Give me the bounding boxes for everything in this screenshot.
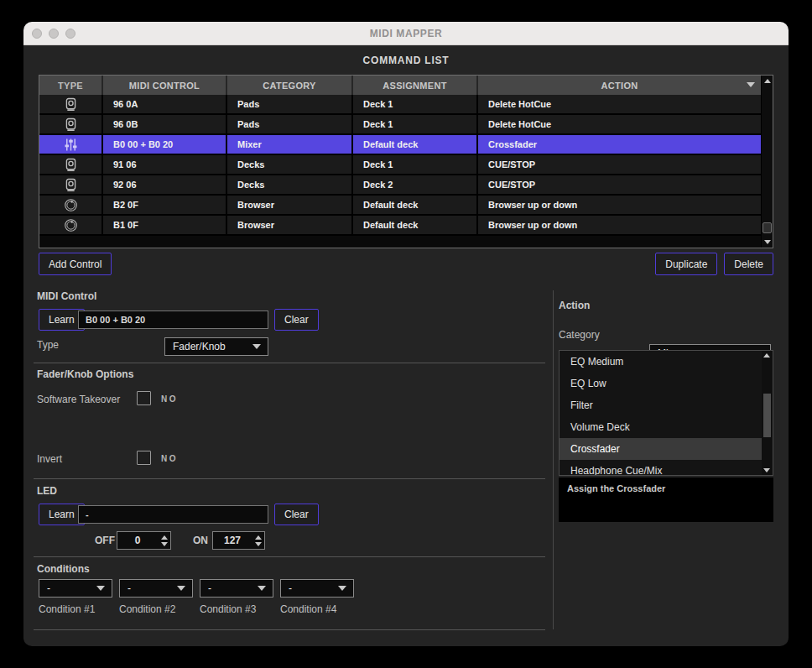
cell-category: Mixer xyxy=(227,135,353,154)
cell-category: Browser xyxy=(227,196,353,214)
pad-icon xyxy=(39,115,103,133)
scroll-up-icon[interactable] xyxy=(764,79,771,83)
midi-mapper-window: MIDI MAPPER COMMAND LIST TYPE MIDI CONTR… xyxy=(23,22,789,646)
action-list-item[interactable]: Filter xyxy=(560,394,762,416)
chevron-down-icon xyxy=(258,586,266,591)
column-header-midi-control[interactable]: MIDI CONTROL xyxy=(103,76,227,95)
action-list-item[interactable]: Volume Deck xyxy=(560,416,762,438)
chevron-down-icon xyxy=(252,344,261,349)
cell-action: CUE/STOP xyxy=(478,175,761,194)
led-on-value: 127 xyxy=(213,532,252,549)
knob-icon xyxy=(39,196,103,214)
table-scrollbar-thumb[interactable] xyxy=(763,222,772,233)
table-row[interactable]: 96 0BPadsDeck 1Delete HotCue xyxy=(39,115,761,135)
panel-divider xyxy=(553,290,554,629)
spinner-arrows-icon[interactable] xyxy=(158,532,170,549)
cell-action: Crossfader xyxy=(478,135,761,154)
column-header-action[interactable]: ACTION xyxy=(478,76,761,95)
led-clear-button[interactable]: Clear xyxy=(274,504,319,525)
cell-category: Pads xyxy=(227,115,353,133)
cell-category: Decks xyxy=(227,175,353,194)
midi-control-field[interactable]: B0 00 + B0 20 xyxy=(78,311,268,329)
scroll-up-icon[interactable] xyxy=(763,353,770,357)
action-list-item[interactable]: EQ Low xyxy=(560,373,762,394)
condition-4-dropdown[interactable]: - xyxy=(280,579,354,598)
command-table-header: TYPE MIDI CONTROL CATEGORY ASSIGNMENT AC… xyxy=(39,76,761,95)
cell-assignment: Deck 1 xyxy=(353,115,478,133)
software-takeover-label: Software Takeover xyxy=(37,394,120,405)
action-list-scrollbar[interactable] xyxy=(762,351,773,475)
led-field[interactable]: - xyxy=(78,505,268,524)
table-row[interactable]: 96 0APadsDeck 1Delete HotCue xyxy=(39,95,761,115)
condition-1-label: Condition #1 xyxy=(39,603,112,615)
condition-2-dropdown[interactable]: - xyxy=(119,579,193,598)
column-header-assignment[interactable]: ASSIGNMENT xyxy=(353,76,478,95)
condition-3-label: Condition #3 xyxy=(200,603,273,615)
action-description: Assign the Crossfader xyxy=(559,478,773,522)
cell-action: Browser up or down xyxy=(478,196,761,214)
action-list-item[interactable]: EQ Medium xyxy=(560,351,762,373)
fader-knob-options-title: Fader/Knob Options xyxy=(37,368,133,380)
table-scrollbar[interactable] xyxy=(761,76,773,248)
action-list-item[interactable]: Crossfader xyxy=(560,438,762,460)
chevron-down-icon xyxy=(177,586,185,591)
table-row[interactable]: 91 06DecksDeck 1CUE/STOP xyxy=(39,155,761,175)
led-on-spinner[interactable]: 127 xyxy=(212,531,265,550)
on-label: ON xyxy=(193,535,208,546)
cell-midi-control: 96 0B xyxy=(103,115,227,133)
section-divider xyxy=(34,556,545,557)
section-divider xyxy=(34,363,545,363)
section-divider xyxy=(34,629,545,630)
cell-assignment: Default deck xyxy=(353,196,478,214)
software-takeover-checkbox[interactable] xyxy=(137,391,151,405)
table-row[interactable]: B2 0FBrowserDefault deckBrowser up or do… xyxy=(39,196,761,216)
cell-assignment: Deck 1 xyxy=(353,95,478,113)
led-off-value: 0 xyxy=(117,532,158,549)
cell-midi-control: B2 0F xyxy=(103,196,227,214)
knob-icon xyxy=(39,216,103,234)
midi-clear-button[interactable]: Clear xyxy=(274,309,319,331)
type-dropdown[interactable]: Fader/Knob xyxy=(164,337,268,356)
scroll-down-icon[interactable] xyxy=(763,468,770,472)
condition-dropdown-value: - xyxy=(128,582,131,594)
chevron-down-icon xyxy=(338,586,346,591)
condition-dropdown-value: - xyxy=(47,582,50,594)
column-header-type[interactable]: TYPE xyxy=(39,76,103,95)
title-bar[interactable]: MIDI MAPPER xyxy=(23,22,789,45)
software-takeover-value: NO xyxy=(161,394,178,404)
action-list-item[interactable]: Headphone Cue/Mix xyxy=(560,460,762,476)
action-list: EQ MediumEQ LowFilterVolume DeckCrossfad… xyxy=(559,350,773,476)
column-header-action-label: ACTION xyxy=(601,81,638,91)
table-row[interactable]: 92 06DecksDeck 2CUE/STOP xyxy=(39,175,761,196)
column-header-category[interactable]: CATEGORY xyxy=(227,76,353,95)
pad-icon xyxy=(39,95,103,113)
table-row[interactable]: B0 00 + B0 20MixerDefault deckCrossfader xyxy=(39,135,761,155)
conditions-section-title: Conditions xyxy=(37,563,90,575)
invert-label: Invert xyxy=(37,453,62,465)
action-section-title: Action xyxy=(559,300,590,311)
duplicate-button[interactable]: Duplicate xyxy=(655,253,717,275)
command-list-title: COMMAND LIST xyxy=(23,55,789,66)
sort-arrow-icon[interactable] xyxy=(747,82,755,87)
action-scrollbar-thumb[interactable] xyxy=(763,394,771,437)
cell-category: Decks xyxy=(227,155,353,174)
cell-action: Browser up or down xyxy=(478,216,761,234)
condition-3-dropdown[interactable]: - xyxy=(200,579,273,598)
invert-value: NO xyxy=(161,454,178,463)
cell-category: Pads xyxy=(227,95,353,113)
fader-icon xyxy=(39,135,103,154)
table-row[interactable]: B1 0FBrowserDefault deckBrowser up or do… xyxy=(39,216,761,236)
condition-1-dropdown[interactable]: - xyxy=(39,579,112,598)
led-off-spinner[interactable]: 0 xyxy=(117,531,171,550)
condition-labels: Condition #1Condition #2Condition #3Cond… xyxy=(39,603,354,615)
condition-dropdown-value: - xyxy=(289,582,292,594)
cell-category: Browser xyxy=(227,216,353,234)
scroll-down-icon[interactable] xyxy=(764,240,771,244)
off-label: OFF xyxy=(95,535,115,546)
add-control-button[interactable]: Add Control xyxy=(39,253,112,275)
spinner-arrows-icon[interactable] xyxy=(252,532,264,549)
command-table-rows: 96 0APadsDeck 1Delete HotCue96 0BPadsDec… xyxy=(39,95,761,236)
invert-checkbox[interactable] xyxy=(137,451,151,465)
delete-button[interactable]: Delete xyxy=(724,253,773,275)
type-dropdown-value: Fader/Knob xyxy=(173,341,226,352)
